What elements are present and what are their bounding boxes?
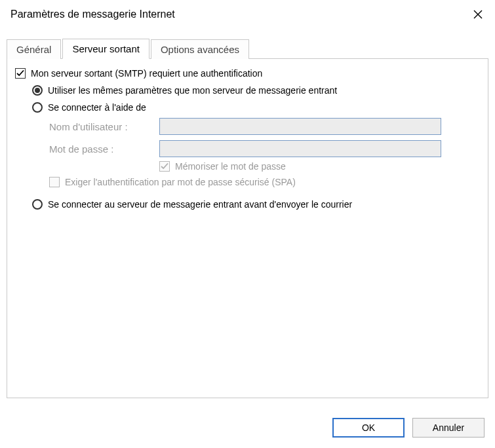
smtp-auth-label: Mon serveur sortant (SMTP) requiert une … xyxy=(31,68,262,79)
smtp-auth-row[interactable]: Mon serveur sortant (SMTP) requiert une … xyxy=(15,68,480,79)
tab-advanced[interactable]: Options avancées xyxy=(151,39,249,59)
radio-logon-using[interactable] xyxy=(32,102,43,113)
radio-same-row[interactable]: Utiliser les mêmes paramètres que mon se… xyxy=(32,85,480,96)
tab-general[interactable]: Général xyxy=(7,39,61,59)
tabpanel-outgoing: Mon serveur sortant (SMTP) requiert une … xyxy=(7,59,488,398)
spa-row[interactable]: Exiger l'authentification par mot de pas… xyxy=(49,177,480,187)
checkbox-smtp-auth[interactable] xyxy=(15,68,26,79)
tabstrip: Général Serveur sortant Options avancées xyxy=(7,38,488,59)
radio-logon-label: Se connecter à l'aide de xyxy=(48,102,146,113)
close-icon[interactable] xyxy=(469,5,487,24)
ok-button[interactable]: OK xyxy=(332,418,405,438)
radio-logon-row[interactable]: Se connecter à l'aide de xyxy=(32,102,480,113)
remember-password-label: Mémoriser le mot de passe xyxy=(175,161,286,172)
cancel-button[interactable]: Annuler xyxy=(412,418,485,438)
checkbox-spa[interactable] xyxy=(49,177,60,187)
window-title: Paramètres de messagerie Internet xyxy=(10,9,175,20)
password-input[interactable] xyxy=(159,140,441,157)
tab-outgoing-server[interactable]: Serveur sortant xyxy=(62,39,149,59)
spa-label: Exiger l'authentification par mot de pas… xyxy=(65,177,296,187)
username-label: Nom d'utilisateur : xyxy=(49,121,159,132)
username-input[interactable] xyxy=(159,118,441,135)
radio-logon-before-send[interactable] xyxy=(32,199,43,210)
remember-password-row[interactable]: Mémoriser le mot de passe xyxy=(49,161,480,172)
radio-before-send-row[interactable]: Se connecter au serveur de messagerie en… xyxy=(32,199,480,210)
radio-same-label: Utiliser les mêmes paramètres que mon se… xyxy=(48,85,337,96)
password-row: Mot de passe : xyxy=(49,140,480,157)
username-row: Nom d'utilisateur : xyxy=(49,118,480,135)
password-label: Mot de passe : xyxy=(49,143,159,155)
radio-before-send-label: Se connecter au serveur de messagerie en… xyxy=(48,199,352,210)
dialog-footer: OK Annuler xyxy=(332,418,485,438)
radio-same-settings[interactable] xyxy=(32,85,43,96)
checkbox-remember-password[interactable] xyxy=(159,161,170,172)
titlebar: Paramètres de messagerie Internet xyxy=(0,0,495,29)
